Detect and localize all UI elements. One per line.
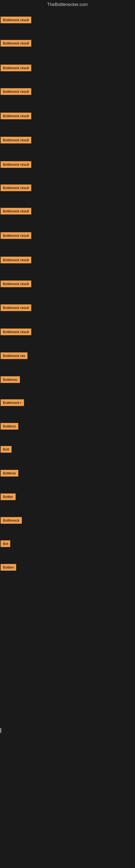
- cursor-line: [1, 728, 1, 733]
- bottleneck-badge-11[interactable]: Bottleneck result: [1, 257, 31, 264]
- bottleneck-row-21: Bottler: [1, 493, 16, 501]
- bottleneck-row-11: Bottleneck result: [1, 257, 31, 265]
- bottleneck-row-17: Bottleneck r: [1, 399, 24, 407]
- bottleneck-row-1: Bottleneck result: [1, 17, 31, 24]
- bottleneck-badge-18[interactable]: Bottlene: [1, 423, 18, 430]
- bottleneck-badge-6[interactable]: Bottleneck result: [1, 137, 31, 144]
- bottleneck-badge-16[interactable]: Bottlenec: [1, 376, 20, 383]
- bottleneck-badge-24[interactable]: Bottlen: [1, 564, 16, 571]
- bottleneck-row-18: Bottlene: [1, 423, 18, 431]
- bottleneck-row-7: Bottleneck result: [1, 161, 31, 169]
- bottleneck-row-13: Bottleneck result: [1, 304, 31, 312]
- bottleneck-row-23: Bot: [1, 540, 10, 548]
- bottleneck-row-9: Bottleneck result: [1, 208, 31, 216]
- bottleneck-badge-3[interactable]: Bottleneck result: [1, 65, 31, 71]
- bottleneck-row-8: Bottleneck result: [1, 184, 31, 192]
- bottleneck-badge-23[interactable]: Bot: [1, 540, 10, 547]
- bottleneck-row-3: Bottleneck result: [1, 65, 31, 72]
- bottleneck-badge-21[interactable]: Bottler: [1, 493, 16, 500]
- bottleneck-badge-5[interactable]: Bottleneck result: [1, 113, 31, 119]
- bottleneck-badge-4[interactable]: Bottleneck result: [1, 88, 31, 95]
- bottleneck-row-5: Bottleneck result: [1, 113, 31, 120]
- bottleneck-badge-14[interactable]: Bottleneck result: [1, 329, 31, 335]
- bottleneck-row-12: Bottleneck result: [1, 280, 31, 288]
- bottleneck-badge-20[interactable]: Bottlene: [1, 470, 18, 476]
- bottleneck-row-14: Bottleneck result: [1, 329, 31, 336]
- bottleneck-row-22: Bottleneck: [1, 517, 22, 525]
- bottleneck-badge-22[interactable]: Bottleneck: [1, 517, 22, 524]
- bottleneck-row-10: Bottleneck result: [1, 232, 31, 240]
- bottleneck-row-4: Bottleneck result: [1, 88, 31, 96]
- bottleneck-badge-13[interactable]: Bottleneck result: [1, 304, 31, 311]
- bottleneck-badge-8[interactable]: Bottleneck result: [1, 184, 31, 191]
- bottleneck-row-24: Bottlen: [1, 564, 16, 572]
- bottleneck-badge-10[interactable]: Bottleneck result: [1, 232, 31, 239]
- bottleneck-row-15: Bottleneck res: [1, 352, 28, 360]
- bottleneck-row-2: Bottleneck result: [1, 40, 31, 48]
- bottleneck-badge-7[interactable]: Bottleneck result: [1, 161, 31, 168]
- bottleneck-badge-12[interactable]: Bottleneck result: [1, 280, 31, 287]
- bottleneck-row-19: Bott: [1, 446, 12, 454]
- bottleneck-badge-2[interactable]: Bottleneck result: [1, 40, 31, 46]
- bottleneck-row-16: Bottlenec: [1, 376, 20, 384]
- bottleneck-badge-15[interactable]: Bottleneck res: [1, 352, 28, 359]
- site-title: TheBottlenecker.com: [0, 0, 135, 9]
- bottleneck-row-20: Bottlene: [1, 470, 18, 478]
- bottleneck-badge-19[interactable]: Bott: [1, 446, 12, 453]
- bottleneck-badge-17[interactable]: Bottleneck r: [1, 399, 24, 406]
- bottleneck-badge-9[interactable]: Bottleneck result: [1, 208, 31, 215]
- bottleneck-row-6: Bottleneck result: [1, 137, 31, 145]
- bottleneck-badge-1[interactable]: Bottleneck result: [1, 17, 31, 23]
